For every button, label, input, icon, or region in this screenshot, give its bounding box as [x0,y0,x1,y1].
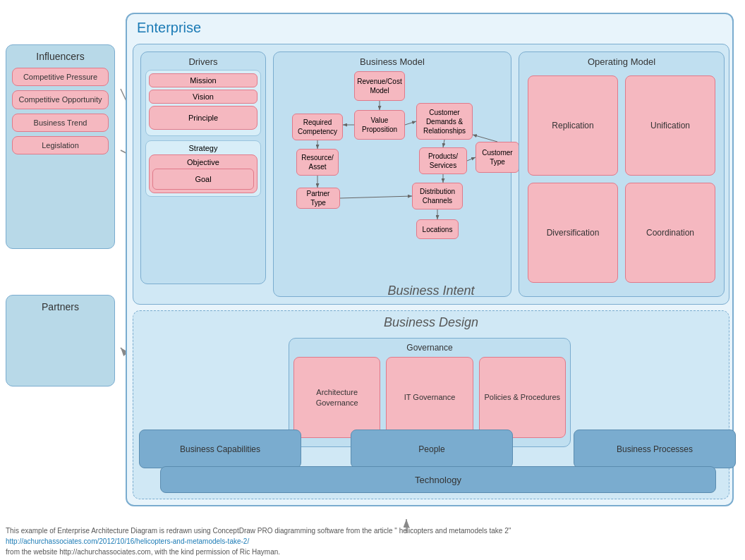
business-intent-area: Drivers Mission Vision Principle Strateg… [133,44,729,305]
bottom-row: Business Capabilities People Business Pr… [139,430,736,493]
influencers-title: Influencers [12,51,109,62]
technology-box: Technology [160,466,716,493]
gov-policies: Policies & Procedures [479,357,566,438]
influencer-competitive-opportunity: Competitive Opportunity [12,90,109,109]
bm-title: Business Model [278,56,507,67]
business-capabilities-label: Business Capabilities [180,444,260,454]
business-capabilities-box: Business Capabilities [139,430,301,468]
influencer-business-trend: Business Trend [12,114,109,132]
footer-line1: This example of Enterprise Architecture … [6,525,511,536]
mission-item: Mission [149,73,258,87]
bm-distribution: Distribution Channels [412,183,463,209]
business-model-box: Business Model Revenue/Cost Model Value … [273,51,511,297]
footer-link[interactable]: http://achurchassociates.com/2012/10/16/… [6,537,249,545]
principle-item: Principle [149,106,258,130]
svg-line-24 [473,135,497,142]
bm-content: Revenue/Cost Model Value Proposition Req… [278,71,507,288]
bm-products-services: Products/ Services [419,147,467,174]
business-processes-label: Business Processes [617,444,693,454]
goal-item: Goal [152,169,254,190]
influencer-legislation: Legislation [12,136,109,154]
svg-line-27 [340,196,412,198]
people-box: People [351,430,513,468]
objective-box: Objective Goal [149,154,258,193]
om-replication: Replication [528,75,618,176]
objective-label: Objective [152,158,254,166]
svg-line-20 [405,121,416,125]
partners-box: Partners [6,295,115,386]
om-grid: Replication Unification Diversification … [523,71,720,287]
bm-arrows [278,71,507,288]
bd-title: Business Design [133,311,729,330]
drivers-title: Drivers [145,56,261,67]
strategy-label: Strategy [149,144,258,152]
gov-grid: Architecture Governance IT Governance Po… [293,357,566,438]
footer: This example of Enterprise Architecture … [6,525,511,557]
business-intent-label: Business Intent [133,284,729,298]
bm-locations: Locations [416,219,459,239]
om-unification: Unification [625,75,715,176]
enterprise-title: Enterprise [133,20,727,36]
mission-vision-box: Mission Vision Principle [145,70,261,136]
partners-title: Partners [12,301,109,312]
influencer-competitive-pressure: Competitive Pressure [12,68,109,86]
business-design-area: Business Design Governance Architecture … [133,310,729,499]
gov-title: Governance [293,343,566,353]
bm-resource-asset: Resource/ Asset [296,149,339,176]
bm-value-prop: Value Proposition [354,110,405,140]
bm-required-comp: Required Competency [292,114,343,140]
footer-line2: from the website http://achurchassociate… [6,547,511,557]
drivers-box: Drivers Mission Vision Principle Strateg… [140,51,266,284]
svg-line-23 [467,157,476,161]
gov-it: IT Governance [386,357,473,438]
vision-item: Vision [149,90,258,104]
people-label: People [418,444,444,454]
bm-partner-type: Partner Type [296,188,340,209]
bm-customer-type: Customer Type [476,142,519,173]
enterprise-box: Enterprise Drivers Mission Vision Princi… [126,13,734,506]
om-coordination: Coordination [625,183,715,283]
operating-model-box: Operating Model Replication Unification … [519,51,725,297]
business-processes-box: Business Processes [574,430,736,468]
bm-revenue: Revenue/Cost Model [354,71,405,101]
strategy-obj-box: Strategy Objective Goal [145,140,261,197]
svg-line-22 [443,140,444,147]
bm-customer-demands: Customer Demands & Relationships [416,103,473,140]
gov-architecture: Architecture Governance [293,357,380,438]
technology-label: Technology [415,475,461,485]
influencers-box: Influencers Competitive Pressure Competi… [6,44,115,249]
om-diversification: Diversification [528,183,618,283]
om-title: Operating Model [523,56,720,67]
main-container: Influencers Competitive Pressure Competi… [6,6,739,549]
